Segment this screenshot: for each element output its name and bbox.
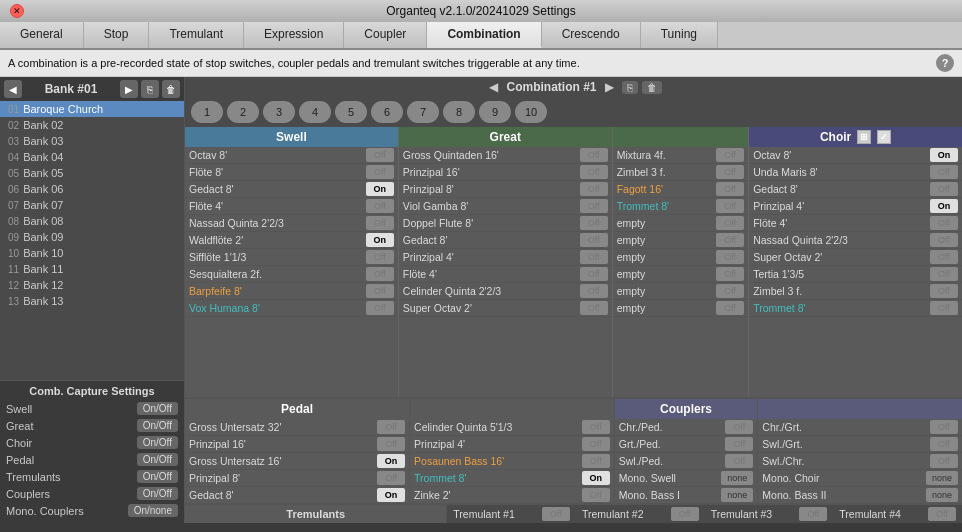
stop-toggle[interactable]: Off	[716, 267, 744, 281]
stop-toggle[interactable]: Off	[930, 284, 958, 298]
comb-trash-button[interactable]: 🗑	[642, 81, 662, 94]
capture-couplers-toggle[interactable]: On/Off	[137, 487, 178, 500]
bank-item-10[interactable]: 10Bank 10	[0, 245, 184, 261]
stop-toggle[interactable]: Off	[377, 420, 405, 434]
coupler-toggle[interactable]: none	[721, 488, 753, 502]
comb-prev-button[interactable]: ◀	[485, 80, 502, 94]
close-button[interactable]: ✕	[10, 4, 24, 18]
stop-toggle[interactable]: Off	[366, 250, 394, 264]
capture-tremulants-toggle[interactable]: On/Off	[137, 470, 178, 483]
stop-toggle[interactable]: Off	[716, 216, 744, 230]
capture-mono. couplers-toggle[interactable]: On/none	[128, 504, 178, 517]
stop-toggle[interactable]: Off	[366, 216, 394, 230]
stop-toggle[interactable]: Off	[716, 148, 744, 162]
stop-toggle[interactable]: Off	[716, 182, 744, 196]
help-button[interactable]: ?	[936, 54, 954, 72]
stop-toggle[interactable]: Off	[716, 284, 744, 298]
stop-toggle[interactable]: Off	[366, 148, 394, 162]
coupler2-toggle[interactable]: none	[926, 488, 958, 502]
num-button-4[interactable]: 4	[299, 101, 331, 123]
bank-prev-button[interactable]: ◀	[4, 80, 22, 98]
stop-toggle[interactable]: Off	[580, 301, 608, 315]
num-button-8[interactable]: 8	[443, 101, 475, 123]
bank-copy-button[interactable]: ⎘	[141, 80, 159, 98]
tab-expression[interactable]: Expression	[244, 22, 344, 48]
stop-toggle[interactable]: Off	[366, 199, 394, 213]
stop-toggle[interactable]: Off	[930, 165, 958, 179]
stop-toggle[interactable]: Off	[580, 250, 608, 264]
stop-toggle[interactable]: Off	[580, 267, 608, 281]
coupler-toggle[interactable]: none	[721, 471, 753, 485]
tab-coupler[interactable]: Coupler	[344, 22, 427, 48]
tab-crescendo[interactable]: Crescendo	[542, 22, 641, 48]
stop-toggle[interactable]: On	[377, 488, 405, 502]
bank-item-04[interactable]: 04Bank 04	[0, 149, 184, 165]
stop-toggle[interactable]: Off	[716, 250, 744, 264]
coupler2-toggle[interactable]: Off	[930, 420, 958, 434]
num-button-6[interactable]: 6	[371, 101, 403, 123]
choir-checkbox[interactable]: ✓	[877, 130, 891, 144]
stop-toggle[interactable]: Off	[930, 216, 958, 230]
bank-item-09[interactable]: 09Bank 09	[0, 229, 184, 245]
stop-toggle[interactable]: Off	[366, 284, 394, 298]
stop-toggle[interactable]: Off	[716, 301, 744, 315]
stop-toggle[interactable]: Off	[716, 233, 744, 247]
bank-item-07[interactable]: 07Bank 07	[0, 197, 184, 213]
bank-trash-button[interactable]: 🗑	[162, 80, 180, 98]
stop-toggle[interactable]: Off	[366, 165, 394, 179]
stop-toggle[interactable]: On	[377, 454, 405, 468]
tab-stop[interactable]: Stop	[84, 22, 150, 48]
capture-pedal-toggle[interactable]: On/Off	[137, 453, 178, 466]
comb-next-button[interactable]: ▶	[601, 80, 618, 94]
stop-toggle[interactable]: Off	[716, 165, 744, 179]
choir-icon[interactable]: ⊞	[857, 130, 871, 144]
stop-toggle[interactable]: Off	[366, 301, 394, 315]
stop-toggle[interactable]: Off	[930, 267, 958, 281]
stop-toggle[interactable]: Off	[582, 437, 610, 451]
coupler2-toggle[interactable]: Off	[930, 437, 958, 451]
stop-toggle[interactable]: Off	[582, 454, 610, 468]
tremulant-toggle[interactable]: Off	[799, 507, 827, 521]
tremulant-toggle[interactable]: Off	[671, 507, 699, 521]
tab-tremulant[interactable]: Tremulant	[149, 22, 244, 48]
stop-toggle[interactable]: Off	[930, 182, 958, 196]
num-button-10[interactable]: 10	[515, 101, 547, 123]
coupler-toggle[interactable]: Off	[725, 437, 753, 451]
bank-item-12[interactable]: 12Bank 12	[0, 277, 184, 293]
stop-toggle[interactable]: Off	[582, 488, 610, 502]
stop-toggle[interactable]: On	[366, 233, 394, 247]
stop-toggle[interactable]: Off	[580, 199, 608, 213]
bank-next-button[interactable]: ▶	[120, 80, 138, 98]
tremulant-toggle[interactable]: Off	[542, 507, 570, 521]
stop-toggle[interactable]: Off	[580, 284, 608, 298]
num-button-3[interactable]: 3	[263, 101, 295, 123]
bank-item-11[interactable]: 11Bank 11	[0, 261, 184, 277]
coupler2-toggle[interactable]: Off	[930, 454, 958, 468]
tab-general[interactable]: General	[0, 22, 84, 48]
tab-tuning[interactable]: Tuning	[641, 22, 718, 48]
stop-toggle[interactable]: Off	[377, 471, 405, 485]
coupler-toggle[interactable]: Off	[725, 420, 753, 434]
stop-toggle[interactable]: On	[930, 199, 958, 213]
stop-toggle[interactable]: Off	[580, 216, 608, 230]
num-button-1[interactable]: 1	[191, 101, 223, 123]
bank-item-08[interactable]: 08Bank 08	[0, 213, 184, 229]
capture-choir-toggle[interactable]: On/Off	[137, 436, 178, 449]
stop-toggle[interactable]: Off	[580, 148, 608, 162]
num-button-9[interactable]: 9	[479, 101, 511, 123]
stop-toggle[interactable]: Off	[366, 267, 394, 281]
stop-toggle[interactable]: Off	[580, 182, 608, 196]
stop-toggle[interactable]: Off	[930, 250, 958, 264]
bank-item-06[interactable]: 06Bank 06	[0, 181, 184, 197]
num-button-2[interactable]: 2	[227, 101, 259, 123]
num-button-5[interactable]: 5	[335, 101, 367, 123]
stop-toggle[interactable]: On	[582, 471, 610, 485]
coupler2-toggle[interactable]: none	[926, 471, 958, 485]
bank-item-05[interactable]: 05Bank 05	[0, 165, 184, 181]
stop-toggle[interactable]: Off	[930, 301, 958, 315]
coupler-toggle[interactable]: Off	[725, 454, 753, 468]
bank-item-01[interactable]: 01Baroque Church	[0, 101, 184, 117]
bank-item-03[interactable]: 03Bank 03	[0, 133, 184, 149]
stop-toggle[interactable]: On	[930, 148, 958, 162]
stop-toggle[interactable]: Off	[580, 165, 608, 179]
